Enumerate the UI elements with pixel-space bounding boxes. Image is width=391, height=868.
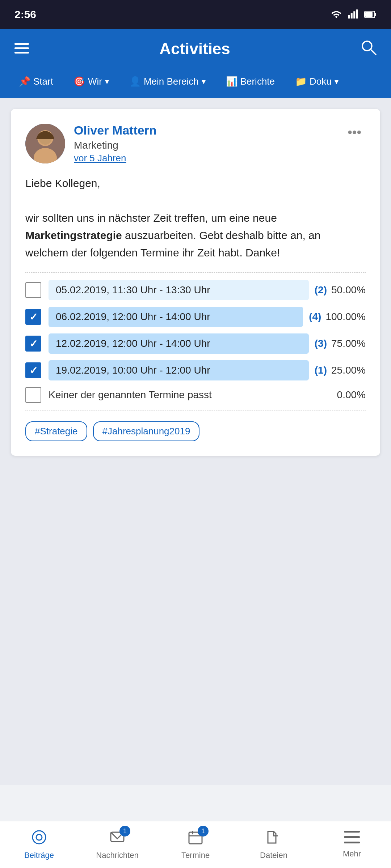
poll-checkbox-5[interactable]	[25, 387, 41, 403]
poll-percent-1: 50.00%	[331, 284, 366, 296]
dropdown-meinbereich-icon: ▾	[202, 77, 206, 86]
tag-strategie[interactable]: #Strategie	[25, 421, 87, 441]
top-nav-bar: Activities	[0, 29, 391, 69]
chart-icon: 📊	[226, 76, 237, 87]
svg-line-11	[371, 50, 376, 55]
post-card: Oliver Mattern Marketing vor 5 Jahren ••…	[11, 109, 380, 456]
nav-nachrichten-label: Nachrichten	[96, 851, 138, 860]
author-time[interactable]: vor 5 Jahren	[74, 153, 157, 164]
nav-beitraege[interactable]: Beiträge	[0, 821, 78, 868]
bottom-nav: Beiträge 1 Nachrichten 1 Termine Dateien…	[0, 821, 391, 868]
poll-votes-4: (1)	[315, 365, 327, 376]
tab-wir-label: Wir	[88, 76, 102, 87]
status-bar: 2:56	[0, 0, 391, 29]
poll-checkbox-3[interactable]	[25, 336, 41, 352]
poll-option-text-1: 05.02.2019, 11:30 Uhr - 13:30 Uhr	[49, 280, 309, 300]
poll-option-3[interactable]: 12.02.2019, 12:00 Uhr - 14:00 Uhr (3) 75…	[25, 333, 366, 354]
nav-dateien[interactable]: Dateien	[235, 821, 313, 868]
nav-beitraege-label: Beiträge	[24, 851, 54, 860]
svg-rect-25	[344, 842, 360, 843]
tab-start-label: Start	[33, 76, 53, 87]
post-content: Liebe Kollegen, wir sollten uns in nächs…	[25, 175, 366, 261]
search-button[interactable]	[361, 39, 377, 59]
menu-button[interactable]	[14, 41, 29, 57]
tab-meinbereich[interactable]: 👤 Mein Bereich ▾	[121, 72, 214, 91]
nav-tabs-bar: 📌 Start 🎯 Wir ▾ 👤 Mein Bereich ▾ 📊 Beric…	[0, 69, 391, 98]
poll-votes-3: (3)	[315, 338, 327, 349]
svg-rect-0	[348, 15, 350, 18]
poll-option-1[interactable]: 05.02.2019, 11:30 Uhr - 13:30 Uhr (2) 50…	[25, 280, 366, 300]
svg-rect-23	[344, 831, 360, 833]
poll-percent-3: 75.00%	[331, 338, 366, 349]
post-author-info: Oliver Mattern Marketing vor 5 Jahren	[25, 123, 157, 164]
status-icons	[331, 9, 377, 20]
svg-rect-3	[356, 9, 358, 18]
tab-start[interactable]: 📌 Start	[11, 72, 61, 91]
svg-point-16	[33, 831, 46, 844]
poll-option-2[interactable]: 06.02.2019, 12:00 Uhr - 14:00 Uhr (4) 10…	[25, 307, 366, 327]
author-details: Oliver Mattern Marketing vor 5 Jahren	[74, 123, 157, 164]
poll-percent-5: 0.00%	[337, 389, 366, 401]
author-dept: Marketing	[74, 140, 157, 151]
avatar	[25, 124, 65, 163]
battery-icon	[364, 11, 377, 18]
status-time: 2:56	[14, 8, 36, 21]
more-options-button[interactable]: •••	[343, 123, 366, 141]
divider-bottom	[25, 410, 366, 410]
svg-rect-5	[365, 12, 373, 17]
page-title: Activities	[159, 40, 230, 58]
folder-icon: 📁	[295, 76, 307, 87]
poll-percent-2: 100.00%	[325, 311, 366, 323]
main-content: Oliver Mattern Marketing vor 5 Jahren ••…	[0, 98, 391, 785]
svg-rect-9	[14, 52, 29, 54]
avatar-svg	[25, 124, 65, 163]
poll-option-text-2: 06.02.2019, 12:00 Uhr - 14:00 Uhr	[49, 307, 303, 327]
tab-doku-label: Doku	[310, 76, 332, 87]
dropdown-doku-icon: ▾	[335, 77, 339, 86]
poll-option-5[interactable]: Keiner der genannten Termine passt 0.00%	[25, 387, 366, 403]
termine-badge: 1	[198, 826, 209, 837]
dropdown-wir-icon: ▾	[105, 77, 109, 86]
tag-jahresplanung[interactable]: #Jahresplanung2019	[93, 421, 200, 441]
tab-doku[interactable]: 📁 Doku ▾	[287, 72, 346, 91]
svg-rect-2	[353, 11, 355, 18]
divider-top	[25, 272, 366, 273]
signal-icon	[348, 9, 358, 20]
nav-mehr[interactable]: Mehr	[313, 821, 391, 868]
dateien-icon	[266, 829, 282, 848]
wifi-icon	[331, 9, 342, 20]
tab-berichte[interactable]: 📊 Berichte	[218, 72, 283, 91]
nav-dateien-label: Dateien	[260, 851, 287, 860]
poll-option-4[interactable]: 19.02.2019, 10:00 Uhr - 12:00 Uhr (1) 25…	[25, 360, 366, 380]
svg-rect-24	[344, 836, 360, 838]
poll-votes-2: (4)	[309, 311, 321, 323]
nav-mehr-label: Mehr	[343, 849, 361, 859]
target-icon: 🎯	[73, 76, 85, 87]
poll-checkbox-1[interactable]	[25, 282, 41, 298]
mehr-icon	[344, 831, 360, 847]
svg-rect-1	[351, 13, 353, 18]
poll-votes-1: (2)	[315, 284, 327, 296]
beitraege-icon	[31, 829, 47, 848]
poll-checkbox-2[interactable]	[25, 309, 41, 325]
person-icon: 👤	[129, 76, 141, 87]
svg-point-17	[36, 834, 42, 840]
poll-option-text-5: Keiner der genannten Termine passt	[49, 389, 212, 401]
nachrichten-badge: 1	[119, 826, 130, 837]
pin-icon: 📌	[19, 76, 30, 87]
tab-berichte-label: Berichte	[240, 76, 275, 87]
svg-rect-8	[14, 47, 29, 49]
tab-wir[interactable]: 🎯 Wir ▾	[66, 72, 117, 91]
svg-rect-7	[14, 43, 29, 45]
tags-row: #Strategie #Jahresplanung2019	[25, 421, 366, 441]
nav-nachrichten[interactable]: 1 Nachrichten	[78, 821, 156, 868]
nav-termine[interactable]: 1 Termine	[156, 821, 235, 868]
poll-percent-4: 25.00%	[331, 365, 366, 376]
poll-option-text-4: 19.02.2019, 10:00 Uhr - 12:00 Uhr	[49, 360, 309, 380]
svg-rect-6	[375, 13, 376, 16]
poll-checkbox-4[interactable]	[25, 362, 41, 378]
poll-option-text-3: 12.02.2019, 12:00 Uhr - 14:00 Uhr	[49, 333, 309, 354]
author-name: Oliver Mattern	[74, 123, 157, 137]
ellipsis-icon: •••	[348, 125, 361, 140]
poll-options: 05.02.2019, 11:30 Uhr - 13:30 Uhr (2) 50…	[25, 280, 366, 403]
